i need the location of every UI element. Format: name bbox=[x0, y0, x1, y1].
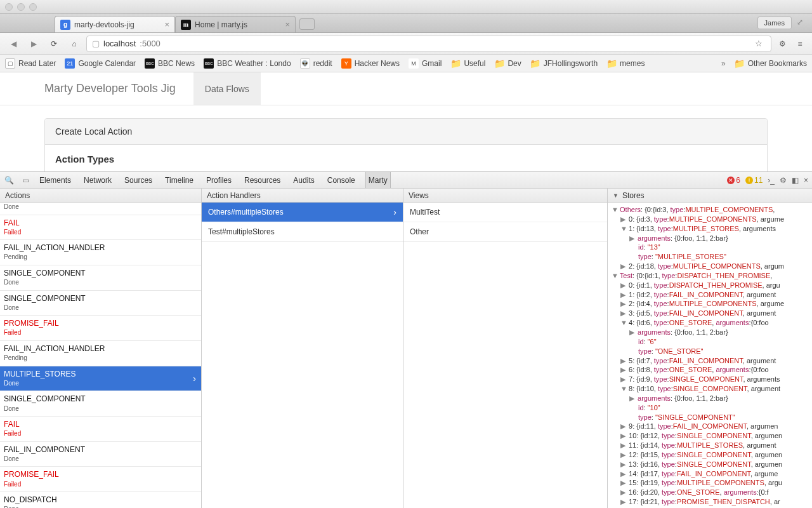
profile-chip[interactable]: James bbox=[757, 17, 792, 29]
browser-tab-0[interactable]: g marty-devtools-jig × bbox=[55, 16, 175, 32]
tree-row[interactable]: ▶ 1: {id:2, type:FAIL_IN_COMPONENT, argu… bbox=[612, 290, 808, 300]
devtools-tab-resources[interactable]: Resources bbox=[242, 172, 283, 188]
action-item[interactable]: MULTIPLE_STORESDone› bbox=[0, 366, 201, 392]
tree-row[interactable]: ▶ 15: {id:19, type:MULTIPLE_COMPONENTS, … bbox=[612, 478, 808, 488]
reload-button[interactable]: ⟳ bbox=[46, 36, 62, 51]
fullscreen-icon[interactable]: ⤢ bbox=[797, 18, 807, 27]
bookmark-star-icon[interactable]: ☆ bbox=[752, 39, 766, 48]
close-tab-icon[interactable]: × bbox=[164, 20, 169, 29]
action-item[interactable]: SINGLE_COMPONENTDone bbox=[0, 291, 201, 316]
tree-row[interactable]: type: "SINGLE_COMPONENT" bbox=[612, 413, 808, 422]
action-item[interactable]: SINGLE_COMPONENTDone bbox=[0, 265, 201, 291]
bookmark-item[interactable]: 📁Useful bbox=[450, 58, 485, 69]
tree-row[interactable]: ▶ 0: {id:3, type:MULTIPLE_COMPONENTS, ar… bbox=[612, 215, 808, 224]
tree-row[interactable]: type: "MULTIPLE_STORES" bbox=[612, 252, 808, 262]
bookmark-item[interactable]: 📁memes bbox=[606, 58, 645, 69]
settings-gear-icon[interactable]: ⚙ bbox=[780, 176, 787, 185]
disclosure-triangle-icon[interactable]: ▼ bbox=[613, 192, 619, 199]
actions-list[interactable]: DoneFAILFailedFAIL_IN_ACTION_HANDLERPend… bbox=[0, 203, 201, 508]
view-item[interactable]: Other bbox=[403, 222, 607, 242]
tree-row[interactable]: ▶ 0: {id:1, type:DISPATCH_THEN_PROMISE, … bbox=[612, 281, 808, 290]
views-list[interactable]: MultiTestOther bbox=[403, 203, 607, 508]
handlers-list[interactable]: Others#multipleStores›Test#multipleStore… bbox=[202, 203, 403, 508]
bookmark-item[interactable]: BBCBBC News bbox=[145, 58, 195, 69]
devtools-tab-profiles[interactable]: Profiles bbox=[204, 172, 234, 188]
bookmark-item[interactable]: YHacker News bbox=[341, 58, 400, 69]
tree-row[interactable]: ▶ 16: {id:20, type:ONE_STORE, arguments:… bbox=[612, 488, 808, 497]
tree-row[interactable]: ▶ 2: {id:4, type:MULTIPLE_COMPONENTS, ar… bbox=[612, 299, 808, 309]
bookmark-item[interactable]: ▢Read Later bbox=[5, 58, 56, 69]
warning-count[interactable]: !11 bbox=[745, 176, 763, 185]
search-icon[interactable]: 🔍 bbox=[4, 176, 14, 185]
devtools-tab-network[interactable]: Network bbox=[81, 172, 114, 188]
tree-row[interactable]: id: "13" bbox=[612, 243, 808, 252]
tree-row[interactable]: ▶ arguments: {0:foo, 1:1, 2:bar} bbox=[612, 394, 808, 403]
tree-row[interactable]: ▶ 12: {id:15, type:SINGLE_COMPONENT, arg… bbox=[612, 450, 808, 460]
forward-button[interactable]: ▶ bbox=[25, 36, 42, 51]
tree-row[interactable]: ▼ 1: {id:13, type:MULTIPLE_STORES, argum… bbox=[612, 224, 808, 234]
devtools-tab-audits[interactable]: Audits bbox=[291, 172, 317, 188]
address-bar[interactable]: ▢ localhost:5000 ☆ bbox=[86, 36, 771, 52]
tree-row[interactable]: ▶ arguments: {0:foo, 1:1, 2:bar} bbox=[612, 328, 808, 337]
drawer-toggle-icon[interactable]: ›_ bbox=[768, 176, 775, 185]
zoom-window-icon[interactable] bbox=[29, 3, 37, 11]
error-count[interactable]: ✕6 bbox=[727, 176, 740, 185]
action-item[interactable]: FAILFailed bbox=[0, 417, 201, 442]
action-item[interactable]: FAIL_IN_ACTION_HANDLERPending bbox=[0, 240, 201, 265]
handler-item[interactable]: Others#multipleStores› bbox=[202, 203, 403, 222]
bookmark-item[interactable]: 👽reddit bbox=[300, 58, 332, 69]
action-item[interactable]: FAILFailed bbox=[0, 215, 201, 241]
devtools-tab-marty[interactable]: Marty bbox=[365, 172, 391, 188]
home-button[interactable]: ⌂ bbox=[66, 36, 82, 51]
devtools-tab-sources[interactable]: Sources bbox=[122, 172, 155, 188]
view-item[interactable]: MultiTest bbox=[403, 203, 607, 222]
tree-row[interactable]: ▶ 5: {id:7, type:FAIL_IN_COMPONENT, argu… bbox=[612, 356, 808, 366]
devtools-tab-elements[interactable]: Elements bbox=[37, 172, 74, 188]
tree-row[interactable]: ▶ 13: {id:16, type:SINGLE_COMPONENT, arg… bbox=[612, 460, 808, 469]
settings-gear-icon[interactable]: ⚙ bbox=[775, 39, 789, 48]
minimize-window-icon[interactable] bbox=[17, 3, 25, 11]
back-button[interactable]: ◀ bbox=[5, 36, 22, 51]
tree-row[interactable]: id: "6" bbox=[612, 337, 808, 347]
tree-row[interactable]: ▼ Others: {0:{id:3, type:MULTIPLE_COMPON… bbox=[612, 205, 808, 215]
tree-row[interactable]: ▶ 9: {id:11, type:FAIL_IN_COMPONENT, arg… bbox=[612, 422, 808, 431]
tree-row[interactable]: ▶ 7: {id:9, type:SINGLE_COMPONENT, argum… bbox=[612, 375, 808, 384]
bookmark-item[interactable]: 📁JFHollingsworth bbox=[530, 58, 598, 69]
action-item[interactable]: PROMISE_FAILFailed bbox=[0, 467, 201, 492]
dock-icon[interactable]: ◧ bbox=[792, 176, 799, 185]
other-bookmarks[interactable]: 📁 Other Bookmarks bbox=[735, 58, 807, 69]
action-item[interactable]: FAIL_IN_ACTION_HANDLERPending bbox=[0, 341, 201, 366]
devtools-tab-console[interactable]: Console bbox=[325, 172, 358, 188]
handler-item[interactable]: Test#multipleStores bbox=[202, 222, 403, 242]
tree-row[interactable]: ▼ 4: {id:6, type:ONE_STORE, arguments:{0… bbox=[612, 318, 808, 328]
tree-row[interactable]: ▼ 8: {id:10, type:SINGLE_COMPONENT, argu… bbox=[612, 384, 808, 394]
tree-row[interactable]: ▶ 17: {id:21, type:PROMISE_THEN_DISPATCH… bbox=[612, 497, 808, 507]
tree-row[interactable]: ▶ 3: {id:5, type:FAIL_IN_COMPONENT, argu… bbox=[612, 309, 808, 318]
nav-tab-dataflows[interactable]: Data Flows bbox=[193, 72, 261, 105]
bookmark-item[interactable]: 📁Dev bbox=[494, 58, 521, 69]
bookmark-item[interactable]: MGmail bbox=[409, 58, 442, 69]
tree-row[interactable]: id: "10" bbox=[612, 403, 808, 413]
action-item[interactable]: PROMISE_FAILFailed bbox=[0, 316, 201, 341]
tree-row[interactable]: ▶ 10: {id:12, type:SINGLE_COMPONENT, arg… bbox=[612, 431, 808, 441]
stores-tree[interactable]: ▼ Others: {0:{id:3, type:MULTIPLE_COMPON… bbox=[608, 203, 812, 508]
tree-row[interactable]: ▶ 11: {id:14, type:MULTIPLE_STORES, argu… bbox=[612, 441, 808, 450]
close-devtools-icon[interactable]: × bbox=[804, 176, 808, 185]
tree-row[interactable]: ▶ 2: {id:18, type:MULTIPLE_COMPONENTS, a… bbox=[612, 262, 808, 271]
action-item[interactable]: Done bbox=[0, 203, 201, 215]
action-item[interactable]: NO_DISPATCHDone bbox=[0, 492, 201, 508]
new-tab-button[interactable] bbox=[299, 18, 315, 30]
tree-row[interactable]: ▼ Test: {0:{id:1, type:DISPATCH_THEN_PRO… bbox=[612, 271, 808, 281]
tree-row[interactable]: ▶ 14: {id:17, type:FAIL_IN_COMPONENT, ar… bbox=[612, 469, 808, 479]
tree-row[interactable]: ▶ 6: {id:8, type:ONE_STORE, arguments:{0… bbox=[612, 365, 808, 375]
bookmarks-overflow-icon[interactable]: » bbox=[721, 59, 726, 68]
action-item[interactable]: SINGLE_COMPONENTDone bbox=[0, 391, 201, 417]
tree-row[interactable]: ▶ arguments: {0:foo, 1:1, 2:bar} bbox=[612, 234, 808, 243]
devtools-tab-timeline[interactable]: Timeline bbox=[162, 172, 196, 188]
tree-row[interactable]: type: "ONE_STORE" bbox=[612, 347, 808, 356]
bookmark-item[interactable]: BBCBBC Weather : Londo bbox=[204, 58, 291, 69]
bookmark-item[interactable]: 21Google Calendar bbox=[65, 58, 136, 69]
close-tab-icon[interactable]: × bbox=[285, 20, 290, 29]
hamburger-menu-icon[interactable]: ≡ bbox=[793, 39, 807, 48]
close-window-icon[interactable] bbox=[5, 3, 13, 11]
